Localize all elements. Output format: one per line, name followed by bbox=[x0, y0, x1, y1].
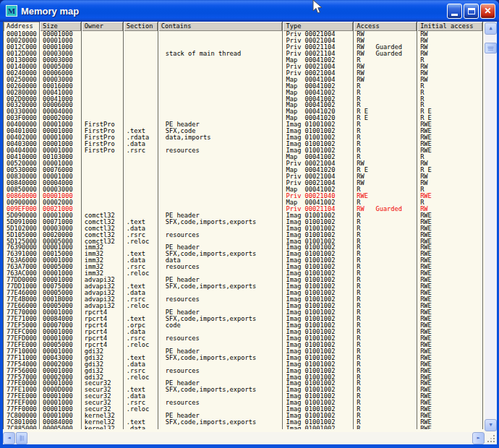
table-row[interactable]: 5D10200000003000comctl32.dataImag 010010… bbox=[4, 225, 483, 232]
table-row[interactable]: 77FEF00000001000secur32.rsrcresourcesIma… bbox=[4, 400, 483, 406]
table-row[interactable]: 0041000000103000Map 00041002RR bbox=[4, 154, 483, 160]
table-row[interactable]: 0025000000003000Map 00041004RWRW bbox=[4, 77, 483, 83]
column-header-initial-access[interactable]: Initial access bbox=[417, 22, 483, 31]
table-row[interactable]: 77F5400000002000gdi32.dataImag 01001002R… bbox=[4, 361, 483, 368]
cell-section bbox=[124, 57, 158, 64]
scroll-right-button[interactable]: ► bbox=[472, 432, 485, 444]
table-row[interactable]: 7C80100000084000kernel32.textSFX,code,im… bbox=[4, 419, 483, 426]
table-row[interactable]: 0002000000001000Priv 00021004RWRW bbox=[4, 38, 483, 44]
table-row[interactable]: 5D12500000005000comctl32.relocImag 01001… bbox=[4, 238, 483, 245]
scroll-left-button[interactable]: ◄ bbox=[3, 432, 15, 444]
cell-access: R bbox=[354, 277, 417, 283]
table-row[interactable]: 002D000000041000Map 00041002RR bbox=[4, 96, 483, 103]
table-row[interactable]: 77DD100000075000advapi32.textSFX,code,im… bbox=[4, 283, 483, 290]
table-row[interactable]: 0086000000001000Priv 00021040RWERWE bbox=[4, 193, 483, 199]
maximize-button[interactable] bbox=[464, 4, 479, 19]
table-row[interactable]: 0052000000001000Priv 00021004RWRW bbox=[4, 160, 483, 167]
table-row[interactable]: 0012D00000003000stack of main threadPriv… bbox=[4, 51, 483, 57]
cell-contains bbox=[158, 290, 283, 296]
horizontal-scroll-thumb[interactable] bbox=[16, 432, 27, 444]
table-row[interactable]: 77EF500000007000rpcrt4.orpccodeImag 0100… bbox=[4, 322, 483, 329]
table-row[interactable]: 77DD000000001000advapi32PE headerImag 01… bbox=[4, 277, 483, 283]
column-header-address[interactable]: Address bbox=[4, 22, 40, 31]
vertical-scroll-thumb[interactable] bbox=[485, 43, 497, 53]
table-row[interactable]: 0012C00000001000Priv 00021104RW GuardedR… bbox=[4, 44, 483, 51]
table-row[interactable]: 77F5600000001000gdi32.rsrcresourcesImag … bbox=[4, 368, 483, 374]
table-row[interactable]: 0013000000003000Map 00041002RR bbox=[4, 57, 483, 64]
cell-section: .text bbox=[124, 355, 158, 361]
cell-initial-access: RWE bbox=[417, 413, 483, 419]
table-row[interactable]: 5D09100000071000comctl32.textSFX,code,im… bbox=[4, 219, 483, 225]
cell-owner: comctl32 bbox=[82, 232, 124, 238]
table-row[interactable]: 0090000000002000Map 00041002RR bbox=[4, 199, 483, 206]
titlebar[interactable]: M Memory map ✕ bbox=[0, 0, 499, 22]
table-row[interactable]: 0040400000001000FirstPro.rsrcresourcesIm… bbox=[4, 147, 483, 154]
scroll-up-button[interactable]: ▲ bbox=[485, 22, 497, 35]
close-button[interactable]: ✕ bbox=[480, 4, 495, 19]
column-header-section[interactable]: Section bbox=[124, 22, 158, 31]
table-row[interactable]: 77F1000000001000gdi32PE headerImag 01001… bbox=[4, 348, 483, 355]
table-row[interactable]: 77E6600000005000advapi32.relocImag 01001… bbox=[4, 303, 483, 309]
column-header-access[interactable]: Access bbox=[354, 22, 417, 31]
cell-owner: secur32 bbox=[82, 406, 124, 413]
cell-section bbox=[124, 244, 158, 251]
horizontal-scrollbar[interactable]: ◄ ► bbox=[3, 432, 485, 444]
minimize-button[interactable] bbox=[447, 4, 462, 19]
table-row[interactable]: 77EFD00000001000rpcrt4.rsrcresourcesImag… bbox=[4, 335, 483, 342]
column-header-contains[interactable]: Contains bbox=[158, 22, 283, 31]
table-row[interactable]: 5D10500000020000comctl32.rsrcresourcesIm… bbox=[4, 232, 483, 238]
table-row[interactable]: 0083000000001000Priv 00021004RWRW bbox=[4, 173, 483, 180]
table-row[interactable]: 763A700000005000imm32.rsrcresourcesImag … bbox=[4, 264, 483, 270]
app-icon[interactable]: M bbox=[6, 5, 17, 17]
table-row[interactable]: 77FE10000000D000secur32.textSFX,code,imp… bbox=[4, 387, 483, 393]
cell-initial-access: RWE bbox=[417, 309, 483, 316]
table-row[interactable]: 763AC00000001000imm32.relocImag 01001002… bbox=[4, 270, 483, 277]
table-row[interactable]: 77FF000000001000secur32.relocImag 010010… bbox=[4, 406, 483, 413]
table-row[interactable]: 7639000000001000imm32PE headerImag 01001… bbox=[4, 244, 483, 251]
table-row[interactable]: 77FEE00000001000secur32.dataImag 0100100… bbox=[4, 393, 483, 400]
cell-section: .text bbox=[124, 219, 158, 225]
table-row[interactable]: 0032000000006000Map 00041002RR bbox=[4, 102, 483, 108]
table-row[interactable]: 0040300000001000FirstPro.dataImag 010010… bbox=[4, 141, 483, 147]
cell-size: 00001000 bbox=[40, 160, 82, 167]
table-row[interactable]: 0028000000041000Map 00041002RR bbox=[4, 90, 483, 96]
table-row[interactable]: 0040000000001000FirstProPE headerImag 01… bbox=[4, 121, 483, 128]
table-row[interactable]: 77FE000000001000secur32PE headerImag 010… bbox=[4, 380, 483, 387]
table-row[interactable]: 7C80000000001000kernel32PE headerImag 01… bbox=[4, 413, 483, 419]
cell-initial-access: R bbox=[417, 57, 483, 64]
cell-owner bbox=[82, 115, 124, 121]
table-row[interactable]: 77E4600000005000advapi32.dataImag 010010… bbox=[4, 290, 483, 296]
table-row[interactable]: 77EFE00000005000rpcrt4.relocImag 0100100… bbox=[4, 342, 483, 348]
column-header-size[interactable]: Size bbox=[40, 22, 82, 31]
table-row[interactable]: 0040100000001000FirstPro.textSFX,codeIma… bbox=[4, 128, 483, 134]
table-row[interactable]: 0040200000001000FirstPro.rdatadata,impor… bbox=[4, 134, 483, 141]
table-row[interactable]: 0084000000004000Priv 00021004RWRW bbox=[4, 180, 483, 186]
table-row[interactable]: 0033000000004000Map 00041020R ER E bbox=[4, 108, 483, 115]
table-row[interactable]: 0014000000005000Priv 00021004RWRW bbox=[4, 64, 483, 70]
cell-initial-access: RWE bbox=[417, 219, 483, 225]
column-header-owner[interactable]: Owner bbox=[82, 22, 124, 31]
table-row[interactable]: 0001000000001000Priv 00021004RWRW bbox=[4, 31, 483, 38]
table-row[interactable]: 77E7000000001000rpcrt4PE headerImag 0100… bbox=[4, 309, 483, 316]
cell-address: 763AC000 bbox=[4, 270, 40, 277]
cell-access: R bbox=[354, 329, 417, 335]
table-row[interactable]: 77E4B0000001B000advapi32.rsrcresourcesIm… bbox=[4, 296, 483, 303]
table-row[interactable]: 77E7100000084000rpcrt4.textSFX,code,impo… bbox=[4, 316, 483, 322]
table-row[interactable]: 77F1100000043000gdi32.textSFX,code,impor… bbox=[4, 355, 483, 361]
scroll-down-button[interactable]: ▼ bbox=[485, 419, 497, 431]
table-row[interactable]: 7C88500000005000kernel32.dataImag 010010… bbox=[4, 426, 483, 429]
table-row[interactable]: 009EF00000021000Priv 00021104RW GuardedR… bbox=[4, 206, 483, 212]
table-row[interactable]: 5D09000000001000comctl32PE headerImag 01… bbox=[4, 212, 483, 219]
table-row[interactable]: 7639100000015000imm32.textSFX,code,impor… bbox=[4, 251, 483, 257]
table-row[interactable]: 77F5700000002000gdi32.relocImag 01001002… bbox=[4, 374, 483, 381]
column-header-type[interactable]: Type bbox=[283, 22, 354, 31]
table-row[interactable]: 763A600000001000imm32.datadataImag 01001… bbox=[4, 257, 483, 264]
resize-grip[interactable] bbox=[485, 432, 497, 444]
vertical-scrollbar[interactable]: ▲ ▼ bbox=[485, 22, 497, 431]
table-row[interactable]: 0024000000006000Priv 00021004RWRW bbox=[4, 70, 483, 77]
table-row[interactable]: 003F000000002000Map 00041020R ER E bbox=[4, 115, 483, 121]
table-row[interactable]: 0026000000016000Map 00041002RR bbox=[4, 83, 483, 90]
table-row[interactable]: 77EFC00000001000rpcrt4.dataImag 01001002… bbox=[4, 329, 483, 335]
table-row[interactable]: 0085000000003000Map 00041002RR bbox=[4, 186, 483, 193]
table-row[interactable]: 0053000000076000Map 00041020R ER E bbox=[4, 167, 483, 173]
